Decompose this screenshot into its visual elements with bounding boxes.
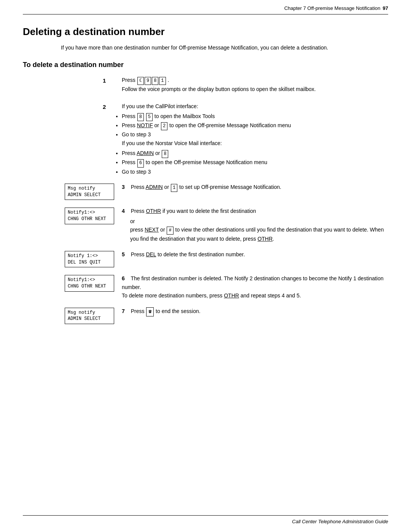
- display-line2: CHNG OTHR NEXT: [68, 283, 111, 290]
- step-5-text: Press DEL to delete the first destinatio…: [131, 251, 245, 257]
- step-3-text: Press ADMIN or 1 to set up Off-premise M…: [131, 184, 282, 190]
- step-4: Notify1:<> CHNG OTHR NEXT 4 Press OTHR i…: [46, 207, 388, 243]
- step-6: Notify1:<> CHNG OTHR NEXT 6 The first de…: [46, 274, 388, 300]
- page-header: Chapter 7 Off-premise Message Notificati…: [0, 0, 411, 14]
- step-5-number: 5: [122, 251, 125, 257]
- key-2: 2: [161, 122, 167, 130]
- list-item: Press 6 to open the Off-premise Message …: [122, 158, 388, 167]
- step-5-content: 5 Press DEL to delete the first destinat…: [122, 250, 388, 259]
- list-item: Press ADMIN or 8: [122, 149, 388, 158]
- display-line2: CHNG OTHR NEXT: [68, 216, 111, 222]
- key-8: 8: [137, 113, 144, 121]
- step-3-content: 3 Press ADMIN or 1 to set up Off-premise…: [122, 183, 388, 192]
- key-1: 1: [159, 77, 166, 85]
- step-4-left: Notify1:<> CHNG OTHR NEXT: [46, 207, 122, 224]
- step-6-left: Notify1:<> CHNG OTHR NEXT: [46, 274, 122, 292]
- step-7-display: Msg notify ADMIN SELECT: [65, 308, 114, 324]
- step-7: Msg notify ADMIN SELECT 7 Press ☎ to end…: [46, 307, 388, 324]
- step-3-left: Msg notify ADMIN SELECT: [46, 183, 122, 200]
- step-3-number: 3: [122, 184, 125, 190]
- step-1-text: Press ℂ981 . Follow the voice prompts or…: [122, 76, 388, 94]
- del-label: DEL: [146, 251, 156, 257]
- step-2-left: 2: [46, 102, 122, 110]
- step-4-or: or press NEXT or # to view the other des…: [130, 217, 388, 243]
- step-7-number: 7: [122, 308, 125, 314]
- next-label: NEXT: [145, 227, 159, 233]
- display-line1: Msg notify: [68, 185, 111, 192]
- step-5: Notify 1:<> DEL INS QUIT 5 Press DEL to …: [46, 250, 388, 268]
- othr-label: OTHR: [146, 208, 161, 214]
- admin-label: ADMIN: [137, 150, 154, 156]
- step-4-display: Notify1:<> CHNG OTHR NEXT: [65, 208, 114, 224]
- footer-text: Call Center Telephone Administration Gui…: [23, 519, 388, 524]
- key-1b: 1: [171, 184, 177, 192]
- display-line2: ADMIN SELECT: [68, 316, 111, 322]
- key-9: 9: [145, 77, 151, 85]
- display-line2: DEL INS QUIT: [68, 259, 111, 266]
- step-2-norstar-intro: If you use the Norstar Voice Mail interf…: [122, 139, 388, 147]
- step-6-content: 6 The first destination number is delete…: [122, 274, 388, 300]
- step-1-number: 1: [103, 77, 114, 84]
- step-2-number: 2: [103, 103, 114, 110]
- page: Chapter 7 Off-premise Message Notificati…: [0, 0, 411, 532]
- step-2: 2 If you use the CallPilot interface: Pr…: [46, 102, 388, 176]
- step-2-content: If you use the CallPilot interface: Pres…: [122, 102, 388, 176]
- page-number: 97: [383, 5, 388, 11]
- chapter-title: Chapter 7 Off-premise Message Notificati…: [284, 5, 381, 11]
- admin-label2: ADMIN: [146, 184, 163, 190]
- step-3: Msg notify ADMIN SELECT 3 Press ADMIN or…: [46, 183, 388, 200]
- key-hash: #: [167, 227, 173, 235]
- step-6-display: Notify1:<> CHNG OTHR NEXT: [65, 275, 114, 292]
- othr-label2: OTHR: [258, 236, 273, 242]
- step-1-content: Press ℂ981 . Follow the voice prompts or…: [122, 76, 388, 95]
- list-item: Go to step 3: [122, 130, 388, 139]
- step-5-left: Notify 1:<> DEL INS QUIT: [46, 250, 122, 268]
- step-2-norstar-list: Press ADMIN or 8 Press 6 to open the Off…: [122, 149, 388, 176]
- step-6-number: 6: [122, 275, 125, 281]
- page-content: Deleting a destination number If you hav…: [0, 14, 411, 354]
- list-item: Press 8 5 to open the Mailbox Tools: [122, 112, 388, 121]
- steps-container: 1 Press ℂ981 . Follow the voice prompts …: [46, 76, 388, 324]
- notif-label: NOTIF: [137, 122, 153, 128]
- page-footer: Call Center Telephone Administration Gui…: [0, 515, 411, 532]
- key-5: 5: [146, 113, 153, 121]
- step-4-text: Press OTHR if you want to delete the fir…: [131, 208, 256, 214]
- step-4-number: 4: [122, 208, 125, 214]
- step-2-callpilot-list: Press 8 5 to open the Mailbox Tools Pres…: [122, 112, 388, 139]
- intro-text: If you have more than one destination nu…: [61, 44, 388, 52]
- key-6: 6: [137, 159, 144, 167]
- display-line1: Msg notify: [68, 310, 111, 316]
- step-3-display: Msg notify ADMIN SELECT: [65, 184, 114, 200]
- sub-title: To delete a destination number: [23, 61, 388, 69]
- key-8b: 8: [162, 150, 168, 158]
- othr-label3: OTHR: [224, 292, 239, 299]
- section-title: Deleting a destination number: [23, 26, 388, 38]
- step-5-display: Notify 1:<> DEL INS QUIT: [65, 251, 114, 268]
- key-c: ℂ: [137, 77, 144, 85]
- list-item: Press NOTIF or 2 to open the Off-premise…: [122, 121, 388, 130]
- step-7-left: Msg notify ADMIN SELECT: [46, 307, 122, 324]
- key-8: 8: [152, 77, 158, 85]
- footer-divider: [23, 515, 388, 516]
- display-line2: ADMIN SELECT: [68, 192, 111, 198]
- step-1-left: 1: [46, 76, 122, 84]
- list-item: Go to step 3: [122, 168, 388, 176]
- step-1: 1 Press ℂ981 . Follow the voice prompts …: [46, 76, 388, 95]
- step-7-content: 7 Press ☎ to end the session.: [122, 307, 388, 317]
- display-line1: Notify1:<>: [68, 209, 111, 216]
- display-line1: Notify 1:<>: [68, 253, 111, 259]
- display-line1: Notify1:<>: [68, 277, 111, 283]
- key-end-call: ☎: [146, 307, 154, 317]
- step-7-text: Press ☎ to end the session.: [131, 308, 201, 314]
- step-4-content: 4 Press OTHR if you want to delete the f…: [122, 207, 388, 243]
- step-2-callpilot-intro: If you use the CallPilot interface:: [122, 102, 388, 110]
- step-6-text: The first destination number is deleted.…: [122, 275, 384, 299]
